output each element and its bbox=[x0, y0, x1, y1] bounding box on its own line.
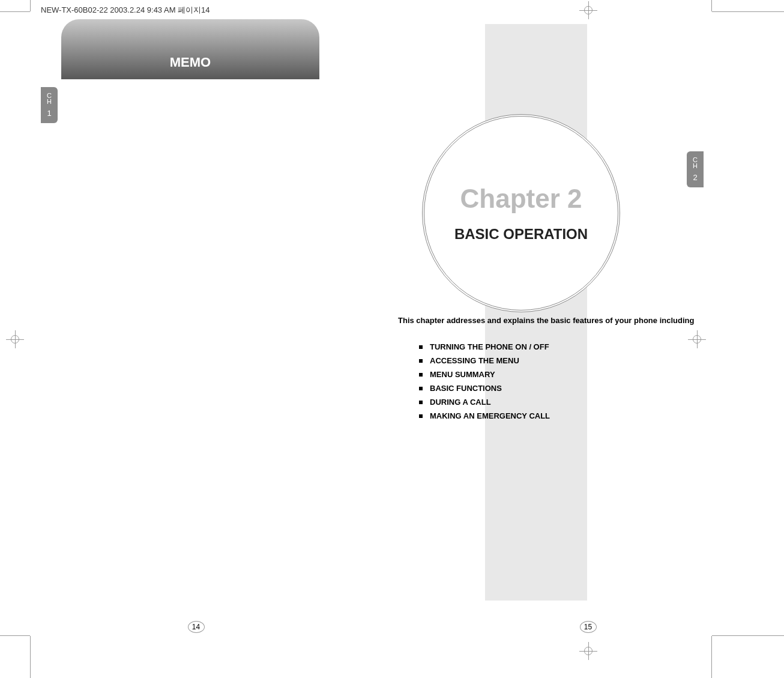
page-number-left: 14 bbox=[188, 621, 205, 633]
crop-mark bbox=[712, 635, 784, 636]
ch-letter: H bbox=[693, 163, 698, 169]
feature-list: TURNING THE PHONE ON / OFF ACCESSING THE… bbox=[419, 342, 550, 425]
registration-mark-icon bbox=[688, 330, 706, 348]
chapter-tab-right: C H 2 bbox=[687, 151, 704, 187]
list-item: BASIC FUNCTIONS bbox=[419, 384, 550, 393]
chapter-circle: Chapter 2 BASIC OPERATION bbox=[422, 114, 620, 312]
crop-mark bbox=[712, 11, 784, 12]
document-meta: NEW-TX-60B02-22 2003.2.24 9:43 AM 페이지14 bbox=[41, 5, 210, 16]
registration-mark-icon bbox=[6, 330, 24, 348]
list-item: MENU SUMMARY bbox=[419, 370, 550, 379]
registration-mark-icon bbox=[579, 1, 597, 19]
crop-mark bbox=[30, 636, 31, 678]
left-page: NEW-TX-60B02-22 2003.2.24 9:43 AM 페이지14 … bbox=[0, 0, 392, 678]
list-item: TURNING THE PHONE ON / OFF bbox=[419, 342, 550, 351]
right-page: C H 2 Chapter 2 BASIC OPERATION This cha… bbox=[392, 0, 784, 678]
chapter-tab-left: C H 1 bbox=[41, 87, 58, 123]
ch-number: 2 bbox=[693, 174, 697, 181]
registration-mark-icon bbox=[579, 642, 597, 660]
intro-text: This chapter addresses and explains the … bbox=[398, 315, 722, 326]
list-item: ACCESSING THE MENU bbox=[419, 356, 550, 365]
crop-mark bbox=[0, 11, 30, 12]
page-number-right: 15 bbox=[580, 621, 597, 633]
memo-title: MEMO bbox=[170, 55, 211, 70]
gray-column bbox=[485, 24, 587, 601]
crop-mark bbox=[711, 0, 712, 11]
chapter-subtitle: BASIC OPERATION bbox=[454, 226, 588, 243]
list-item: DURING A CALL bbox=[419, 398, 550, 407]
list-item: MAKING AN EMERGENCY CALL bbox=[419, 411, 550, 420]
ch-number: 1 bbox=[47, 109, 51, 117]
crop-mark bbox=[0, 635, 30, 636]
ch-letter: H bbox=[47, 99, 52, 105]
crop-mark bbox=[30, 0, 31, 11]
chapter-title: Chapter 2 bbox=[460, 184, 582, 214]
memo-banner: MEMO bbox=[61, 19, 319, 79]
crop-mark bbox=[711, 636, 712, 678]
